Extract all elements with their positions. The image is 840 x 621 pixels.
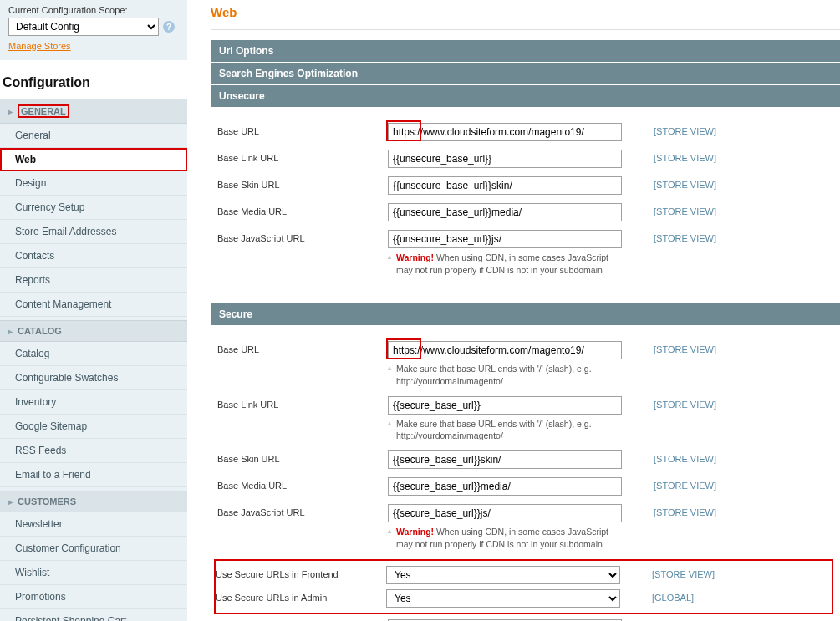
label: Use Secure URLs in Admin bbox=[216, 589, 386, 603]
nav-section-head-general[interactable]: ▸ GENERAL bbox=[0, 99, 187, 124]
label: Base Link URL bbox=[217, 396, 388, 410]
scope-indicator: [STORE VIEW] bbox=[627, 230, 833, 243]
section-secure[interactable]: Secure bbox=[211, 303, 840, 326]
sidebar-item-email-friend[interactable]: Email to a Friend bbox=[0, 463, 187, 487]
unsecure-base-link-input[interactable] bbox=[388, 150, 622, 168]
secure-base-link-input[interactable] bbox=[388, 396, 622, 415]
unsecure-base-js-input[interactable] bbox=[388, 230, 622, 248]
row-secure-base-skin: Base Skin URL [STORE VIEW] bbox=[217, 450, 833, 469]
section-url-options[interactable]: Url Options bbox=[211, 40, 840, 63]
sidebar-item-currency-setup[interactable]: Currency Setup bbox=[0, 196, 187, 220]
sidebar-item-promotions[interactable]: Promotions bbox=[0, 585, 187, 609]
secure-base-js-input[interactable] bbox=[388, 504, 622, 522]
label: Base Media URL bbox=[217, 477, 388, 491]
row-secure-base-js: Base JavaScript URL Warning! When using … bbox=[217, 504, 833, 550]
config-scope-box: Current Configuration Scope: Default Con… bbox=[0, 0, 187, 60]
secure-base-media-input[interactable] bbox=[388, 477, 622, 496]
label: Base JavaScript URL bbox=[217, 504, 388, 517]
secure-base-url-input[interactable] bbox=[388, 341, 622, 359]
row-unsecure-base-link: Base Link URL [STORE VIEW] bbox=[217, 150, 833, 168]
fieldset-secure: Base URL Make sure that base URL ends wi… bbox=[211, 326, 840, 621]
secure-base-skin-input[interactable] bbox=[388, 450, 622, 469]
sidebar-item-general[interactable]: General bbox=[0, 124, 187, 148]
unsecure-base-media-input[interactable] bbox=[388, 203, 622, 221]
label: Base Skin URL bbox=[217, 450, 388, 464]
use-secure-frontend-select[interactable]: Yes bbox=[386, 566, 620, 584]
sidebar-item-config-swatches[interactable]: Configurable Swatches bbox=[0, 366, 187, 390]
section-unsecure[interactable]: Unsecure bbox=[211, 85, 840, 108]
main-panel: Web Url Options Search Engines Optimizat… bbox=[187, 0, 840, 621]
nav-section-customers: ▸ CUSTOMERS Newsletter Customer Configur… bbox=[0, 491, 187, 621]
use-secure-admin-select[interactable]: Yes bbox=[386, 589, 620, 608]
sidebar-item-newsletter[interactable]: Newsletter bbox=[0, 512, 187, 537]
scope-indicator: [STORE VIEW] bbox=[627, 176, 833, 190]
nav-section-title: GENERAL bbox=[18, 104, 69, 118]
row-secure-base-media: Base Media URL [STORE VIEW] bbox=[217, 477, 833, 496]
section-seo[interactable]: Search Engines Optimization bbox=[211, 63, 840, 85]
sidebar-item-google-sitemap[interactable]: Google Sitemap bbox=[0, 415, 187, 439]
nav-section-head-customers[interactable]: ▸ CUSTOMERS bbox=[0, 491, 187, 512]
scope-indicator: [STORE VIEW] bbox=[627, 341, 833, 354]
sidebar-item-web[interactable]: Web bbox=[0, 148, 187, 171]
scope-indicator: [STORE VIEW] bbox=[627, 150, 833, 163]
label: Base URL bbox=[217, 341, 388, 354]
nav-section-title: CUSTOMERS bbox=[18, 496, 76, 506]
note-js-warning: Warning! When using CDN, in some cases J… bbox=[388, 522, 627, 550]
label: Use Secure URLs in Frontend bbox=[216, 566, 386, 579]
label: Base Media URL bbox=[217, 203, 388, 216]
row-use-secure-frontend: Use Secure URLs in Frontend Yes [STORE V… bbox=[216, 566, 832, 584]
scope-indicator: [STORE VIEW] bbox=[625, 566, 832, 579]
sidebar-item-content-mgmt[interactable]: Content Management bbox=[0, 293, 187, 317]
label: Base URL bbox=[217, 123, 388, 136]
label: Base JavaScript URL bbox=[217, 230, 388, 243]
sidebar-item-wishlist[interactable]: Wishlist bbox=[0, 561, 187, 585]
fieldset-unsecure: Base URL [STORE VIEW] Base Link URL [STO… bbox=[211, 108, 840, 303]
note-base-url: Make sure that base URL ends with '/' (s… bbox=[388, 359, 627, 387]
scope-indicator: [GLOBAL] bbox=[625, 589, 832, 603]
chevron-right-icon: ▸ bbox=[8, 327, 13, 336]
scope-indicator: [STORE VIEW] bbox=[627, 396, 833, 410]
sidebar-item-design[interactable]: Design bbox=[0, 171, 187, 196]
page-title: Web bbox=[211, 0, 840, 29]
config-heading: Configuration bbox=[0, 60, 187, 99]
highlight-box-secure-urls: Use Secure URLs in Frontend Yes [STORE V… bbox=[214, 559, 833, 614]
row-use-secure-admin: Use Secure URLs in Admin Yes [GLOBAL] bbox=[216, 589, 832, 608]
nav-section-general: ▸ GENERAL General Web Design Currency Se… bbox=[0, 99, 187, 317]
sidebar-item-catalog[interactable]: Catalog bbox=[0, 342, 187, 366]
nav-section-catalog: ▸ CATALOG Catalog Configurable Swatches … bbox=[0, 320, 187, 487]
scope-select[interactable]: Default Config bbox=[8, 18, 159, 36]
nav-section-title: CATALOG bbox=[18, 326, 62, 336]
sidebar-item-store-email[interactable]: Store Email Addresses bbox=[0, 220, 187, 244]
nav-section-head-catalog[interactable]: ▸ CATALOG bbox=[0, 320, 187, 342]
chevron-right-icon: ▸ bbox=[8, 107, 13, 116]
scope-indicator: [STORE VIEW] bbox=[627, 450, 833, 464]
unsecure-base-url-input[interactable] bbox=[388, 123, 622, 141]
scope-label: Current Configuration Scope: bbox=[8, 5, 179, 15]
label: Base Link URL bbox=[217, 150, 388, 163]
help-icon[interactable]: ? bbox=[163, 21, 175, 33]
sidebar-item-persistent-cart[interactable]: Persistent Shopping Cart bbox=[0, 609, 187, 621]
row-secure-base-link: Base Link URL Make sure that base URL en… bbox=[217, 396, 833, 442]
unsecure-base-skin-input[interactable] bbox=[388, 176, 622, 195]
chevron-right-icon: ▸ bbox=[8, 497, 13, 506]
note-base-link: Make sure that base URL ends with '/' (s… bbox=[388, 415, 627, 442]
divider bbox=[211, 29, 840, 30]
row-unsecure-base-js: Base JavaScript URL Warning! When using … bbox=[217, 230, 833, 276]
row-unsecure-base-media: Base Media URL [STORE VIEW] bbox=[217, 203, 833, 221]
sidebar-item-customer-config[interactable]: Customer Configuration bbox=[0, 537, 187, 561]
scope-indicator: [STORE VIEW] bbox=[627, 203, 833, 216]
sidebar-item-inventory[interactable]: Inventory bbox=[0, 390, 187, 415]
manage-stores-link[interactable]: Manage Stores bbox=[8, 41, 71, 51]
row-secure-base-url: Base URL Make sure that base URL ends wi… bbox=[217, 341, 833, 387]
row-unsecure-base-skin: Base Skin URL [STORE VIEW] bbox=[217, 176, 833, 195]
row-unsecure-base-url: Base URL [STORE VIEW] bbox=[217, 123, 833, 141]
sidebar-item-contacts[interactable]: Contacts bbox=[0, 244, 187, 268]
sidebar: Current Configuration Scope: Default Con… bbox=[0, 0, 187, 621]
scope-indicator: [STORE VIEW] bbox=[627, 477, 833, 491]
sidebar-item-reports[interactable]: Reports bbox=[0, 268, 187, 293]
sidebar-item-rss-feeds[interactable]: RSS Feeds bbox=[0, 439, 187, 463]
scope-indicator: [STORE VIEW] bbox=[627, 123, 833, 136]
note-js-warning: Warning! When using CDN, in some cases J… bbox=[388, 248, 627, 276]
scope-indicator: [STORE VIEW] bbox=[627, 504, 833, 517]
label: Base Skin URL bbox=[217, 176, 388, 190]
